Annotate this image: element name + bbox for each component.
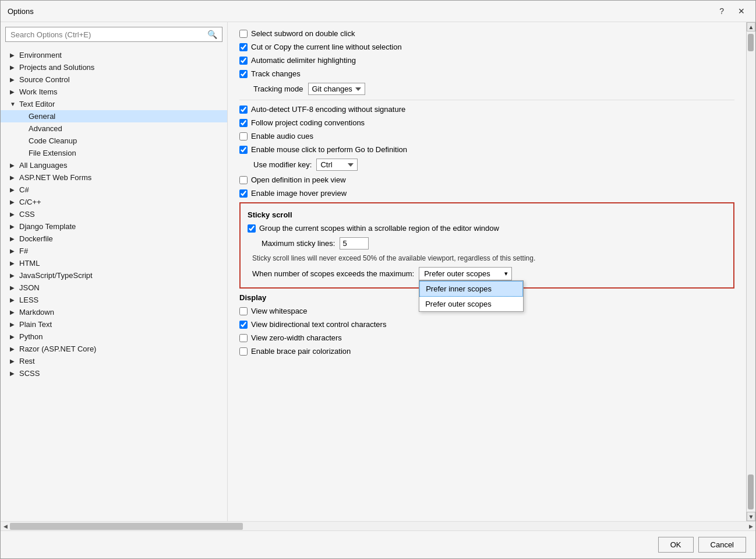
scroll-thumb-bottom[interactable] [748, 474, 754, 509]
option-row-delimiter: Automatic delimiter highlighting [239, 56, 734, 65]
scope-dropdown-container: Prefer outer scopes Prefer inner scopes … [419, 267, 512, 280]
checkbox-bidi[interactable] [239, 321, 248, 329]
checkbox-delimiter[interactable] [239, 57, 248, 65]
scope-dropdown-value: Prefer outer scopes [424, 269, 490, 278]
checkbox-follow-project[interactable] [239, 119, 248, 127]
scroll-up-arrow[interactable]: ▲ [747, 22, 755, 31]
cancel-button[interactable]: Cancel [698, 537, 746, 553]
dialog-title: Options [8, 7, 34, 16]
tree-item-plain-text[interactable]: ▶Plain Text [1, 318, 227, 331]
tree-item-json[interactable]: ▶JSON [1, 282, 227, 294]
tree-arrow-fsharp: ▶ [10, 248, 17, 254]
scope-option-outer[interactable]: Prefer outer scopes [419, 297, 523, 311]
tracking-mode-label: Tracking mode [253, 85, 303, 93]
checkbox-cut-copy[interactable] [239, 43, 248, 51]
checkbox-audio[interactable] [239, 132, 248, 140]
tree-item-cpp[interactable]: ▶C/C++ [1, 196, 227, 208]
scope-option-inner[interactable]: Prefer inner scopes [419, 281, 523, 297]
tree-item-advanced[interactable]: Advanced [1, 122, 227, 135]
tree-item-python[interactable]: ▶Python [1, 331, 227, 343]
tree-nav: ▶Environment▶Projects and Solutions▶Sour… [1, 47, 227, 521]
tracking-mode-row: Tracking mode Git changes Always Never [253, 83, 734, 95]
checkbox-image-hover[interactable] [239, 189, 248, 198]
tree-label-advanced: Advanced [29, 124, 62, 133]
tree-item-all-languages[interactable]: ▶All Languages [1, 159, 227, 171]
sticky-scroll-title: Sticky scroll [248, 210, 726, 219]
tree-item-projects-solutions[interactable]: ▶Projects and Solutions [1, 61, 227, 73]
tree-item-environment[interactable]: ▶Environment [1, 49, 227, 61]
checkbox-zero-width[interactable] [239, 334, 248, 342]
label-image-hover: Enable image hover preview [251, 189, 347, 198]
tree-label-rest: Rest [19, 357, 35, 365]
tree-arrow-markdown: ▶ [10, 309, 17, 315]
tree-item-css[interactable]: ▶CSS [1, 208, 227, 220]
tree-label-plain-text: Plain Text [19, 320, 52, 329]
close-button[interactable]: ✕ [734, 5, 748, 17]
tree-item-markdown[interactable]: ▶Markdown [1, 306, 227, 318]
tree-arrow-source-control: ▶ [10, 76, 17, 83]
scope-dropdown-btn[interactable]: Prefer outer scopes [419, 267, 512, 280]
tree-label-json: JSON [19, 283, 40, 292]
checkbox-peek[interactable] [239, 176, 248, 184]
tree-item-less[interactable]: ▶LESS [1, 294, 227, 306]
tracking-mode-select[interactable]: Git changes Always Never [308, 83, 365, 95]
tree-item-work-items[interactable]: ▶Work Items [1, 86, 227, 98]
tree-label-django: Django Template [19, 222, 76, 231]
tree-item-js-ts[interactable]: ▶JavaScript/TypeScript [1, 269, 227, 282]
tree-item-asp-net[interactable]: ▶ASP.NET Web Forms [1, 171, 227, 184]
search-icon: 🔍 [207, 30, 217, 39]
checkbox-track-changes[interactable] [239, 70, 248, 78]
scope-row: When number of scopes exceeds the maximu… [252, 267, 726, 280]
tree-label-text-editor: Text Editor [19, 100, 55, 108]
checkbox-utf8[interactable] [239, 106, 248, 114]
option-row-goto-def: Enable mouse click to perform Go to Defi… [239, 145, 734, 154]
scroll-thumb-top[interactable] [748, 34, 754, 51]
label-audio: Enable audio cues [251, 132, 313, 140]
tree-item-fsharp[interactable]: ▶F# [1, 245, 227, 257]
modifier-key-select[interactable]: Ctrl Alt Ctrl+Alt [316, 159, 358, 171]
tree-item-code-cleanup[interactable]: Code Cleanup [1, 135, 227, 147]
tree-item-django[interactable]: ▶Django Template [1, 220, 227, 233]
checkbox-group-scopes[interactable] [248, 224, 256, 233]
tree-item-file-extension[interactable]: File Extension [1, 147, 227, 159]
tree-label-source-control: Source Control [19, 75, 70, 84]
option-row-zero-width: View zero-width characters [239, 333, 734, 342]
tree-label-projects-solutions: Projects and Solutions [19, 63, 94, 72]
tree-label-fsharp: F# [19, 247, 28, 255]
checkbox-whitespace[interactable] [239, 307, 248, 315]
max-lines-input[interactable] [340, 237, 369, 249]
tree-label-cpp: C/C++ [19, 198, 41, 206]
tree-item-rest[interactable]: ▶Rest [1, 355, 227, 367]
scroll-left-arrow[interactable]: ◀ [1, 522, 10, 531]
tree-label-work-items: Work Items [19, 87, 58, 96]
tree-item-text-editor[interactable]: ▼Text Editor [1, 98, 227, 110]
help-button[interactable]: ? [716, 5, 727, 17]
search-box[interactable]: 🔍 [5, 27, 222, 42]
tree-arrow-scss: ▶ [10, 370, 17, 377]
tree-label-markdown: Markdown [19, 308, 54, 317]
option-row-audio: Enable audio cues [239, 132, 734, 140]
tree-item-html[interactable]: ▶HTML [1, 257, 227, 269]
tree-item-scss[interactable]: ▶SCSS [1, 367, 227, 379]
h-scroll-thumb[interactable] [10, 523, 243, 530]
option-row-group-scopes: Group the current scopes within a scroll… [248, 224, 726, 233]
tree-item-source-control[interactable]: ▶Source Control [1, 73, 227, 86]
ok-button[interactable]: OK [658, 537, 694, 553]
checkbox-brace-color[interactable] [239, 347, 248, 356]
tree-item-general[interactable]: General [1, 110, 227, 122]
search-input[interactable] [10, 30, 207, 39]
scroll-track [747, 31, 755, 512]
tree-label-html: HTML [19, 259, 40, 268]
scroll-right-arrow[interactable]: ▶ [746, 522, 755, 531]
tree-item-csharp[interactable]: ▶C# [1, 184, 227, 196]
tree-arrow-json: ▶ [10, 284, 17, 291]
tree-item-razor[interactable]: ▶Razor (ASP.NET Core) [1, 343, 227, 355]
option-row-brace-color: Enable brace pair colorization [239, 347, 734, 356]
checkbox-goto-def[interactable] [239, 146, 248, 154]
checkbox-select-subword[interactable] [239, 30, 248, 38]
modifier-key-label: Use modifier key: [253, 160, 312, 169]
scroll-down-arrow[interactable]: ▼ [747, 512, 755, 521]
label-group-scopes: Group the current scopes within a scroll… [259, 224, 499, 233]
tree-arrow-text-editor: ▼ [10, 101, 17, 107]
tree-item-dockerfile[interactable]: ▶Dockerfile [1, 233, 227, 245]
